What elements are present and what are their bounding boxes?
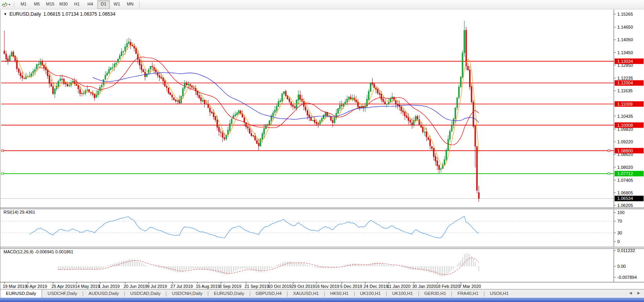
time-axis-label: 15 Aug 2019: [196, 284, 220, 289]
time-axis-label: 18 Feb 2020: [436, 284, 460, 289]
chart-tab-usdcad-daily[interactable]: USDCAD,Daily: [125, 290, 166, 298]
chart-ohlc-values: 1.06815 1.07134 1.06375 1.06534: [44, 11, 116, 17]
price-level-badge: 1.08800: [617, 148, 633, 153]
candles-layer: [4, 21, 480, 202]
price-axis-label: 1.07405: [617, 178, 633, 183]
chart-symbol-label: EURUSD,Daily: [9, 11, 41, 17]
timeframe-button-d1[interactable]: D1: [97, 0, 110, 9]
chart-tab-xauusd-h1[interactable]: XAUUSD,H1: [287, 290, 324, 298]
chart-tab-eurusd-daily[interactable]: EURUSD,Daily: [0, 289, 42, 298]
price-level-badge: 1.07712: [617, 171, 633, 176]
rsi-axis-label: 100: [617, 210, 624, 215]
timeframe-button-mn[interactable]: MN: [124, 0, 136, 9]
time-axis-label: 11 Jan 2020: [387, 284, 411, 289]
mt4-window: ▾ M1M5M15M30H1H4D1W1MN 1.152651.146501.1…: [0, 0, 644, 302]
time-axis-label: 25 Apr 2019: [51, 284, 75, 289]
chart-collapse-icon[interactable]: ▼: [4, 12, 7, 16]
chart-tab-ger30-h1[interactable]: GER30,H1: [419, 290, 452, 298]
rsi-line: [29, 216, 478, 238]
toolbar-separator: [139, 1, 140, 8]
price-level-badge: 1.11009: [617, 102, 633, 106]
macd-axis-label: 0.011232: [617, 248, 635, 253]
chart-tab-usdchf-daily[interactable]: USDCHF,Daily: [42, 290, 82, 298]
time-axis-label: 10 Oct 2019: [268, 284, 291, 289]
time-axis-label: 27 Jul 2019: [171, 284, 193, 289]
macd-axis-label: -0.007894: [617, 275, 637, 280]
price-axis-label: 1.06805: [617, 190, 633, 195]
price-level-badge: 1.06534: [617, 196, 633, 201]
macd-axis-label: 0.00: [617, 264, 626, 269]
prev-charts-button[interactable]: ◀: [629, 291, 632, 295]
ma-50-line: [93, 73, 478, 123]
toolbar: ▾ M1M5M15M30H1H4D1W1MN: [0, 0, 644, 9]
price-axis-label: 1.12235: [617, 76, 633, 81]
price-axis-label: 1.06205: [617, 203, 633, 208]
timeframe-button-m5[interactable]: M5: [31, 0, 43, 9]
chart-tab-fra40-h1[interactable]: FRA40,H1: [452, 290, 484, 298]
time-axis-label: 3 Sep 2019: [219, 284, 241, 289]
status-strip: [0, 298, 644, 302]
chart-tab-bar: EURUSD,DailyUSDCHF,DailyAUDUSD,DailyUSDC…: [0, 289, 644, 298]
price-axis-label: 1.09220: [617, 139, 633, 144]
timeframe-button-h4[interactable]: H4: [84, 0, 96, 9]
next-charts-button[interactable]: ▶: [637, 291, 640, 295]
price-axis-label: 1.13450: [617, 50, 633, 55]
macd-indicator-label: MACD(12,26,9) -0.006941 0.001861: [4, 249, 73, 254]
time-axis-label: 21 Sep 2019: [244, 284, 269, 289]
price-level-badge: 1.12004: [617, 81, 633, 85]
price-axis-label: 1.08020: [617, 165, 633, 170]
rsi-indicator-label: RSI(14) 29.4361: [4, 210, 35, 214]
timeframe-button-m1[interactable]: M1: [17, 0, 30, 9]
time-axis-label: 24 Dec 2019: [364, 284, 388, 289]
ma-20-line: [38, 57, 478, 145]
timeframe-button-m30[interactable]: M30: [57, 0, 70, 9]
chart-tab-uk100-h1[interactable]: UK100,H1: [355, 290, 386, 298]
chart-tab-usoil-h1[interactable]: USOil,H1: [484, 290, 514, 298]
price-level-badge: 1.10008: [617, 123, 633, 128]
time-axis-label: 6 Apr 2019: [26, 284, 47, 289]
price-axis-label: 1.15265: [617, 12, 633, 16]
timeframe-button-m15[interactable]: M15: [44, 0, 56, 9]
time-axis-label: 14 May 2019: [75, 284, 100, 289]
time-axis-label: 30 Jan 2020: [412, 284, 436, 289]
rsi-axis-label: 0: [617, 239, 620, 244]
chart-tab-usdcnh-daily[interactable]: USDCNH,Daily: [166, 290, 208, 298]
time-axis-label: 16 Nov 2019: [315, 284, 339, 289]
time-axis-label: 9 Jul 2019: [147, 284, 167, 289]
hline-handle[interactable]: [608, 150, 610, 152]
price-level-badge: 1.13034: [617, 59, 633, 64]
price-axis-label: 1.10435: [617, 114, 633, 119]
chart-tab-hk50-h1[interactable]: HK50,H1: [325, 290, 354, 298]
time-axis-label: 5 Dec 2019: [340, 284, 362, 289]
ma-5-line: [11, 45, 478, 166]
time-axis[interactable]: 19 Mar 20196 Apr 201925 Apr 201914 May 2…: [0, 282, 644, 289]
chart-title: ▼ EURUSD,Daily 1.06815 1.07134 1.06375 1…: [4, 11, 115, 17]
indicators-menu-button[interactable]: ▾: [0, 2, 12, 8]
chart-canvas[interactable]: 1.152651.146501.140501.134501.128501.122…: [0, 9, 644, 282]
rsi-axis-label: 70: [617, 219, 622, 223]
toolbar-grip[interactable]: [13, 2, 16, 8]
chart-tab-audusd-daily[interactable]: AUDUSD,Daily: [83, 290, 124, 298]
hline-handle[interactable]: [2, 150, 4, 152]
time-axis-label: 19 Mar 2019: [3, 284, 27, 289]
hline-handle[interactable]: [608, 173, 610, 175]
hline-handle[interactable]: [2, 173, 4, 175]
time-axis-label: 20 Jun 2019: [124, 284, 147, 289]
macd-layer: [58, 253, 479, 276]
chart-tab-gbpusd-h4[interactable]: GBPUSD,H4: [250, 290, 287, 298]
price-axis-label: 1.14050: [617, 37, 633, 42]
line-chart-icon: [2, 2, 8, 7]
time-axis-label: 7 Mar 2020: [459, 284, 481, 289]
timeframe-button-w1[interactable]: W1: [111, 0, 123, 9]
timeframe-button-h1[interactable]: H1: [71, 0, 83, 9]
time-axis-label: 1 Jun 2019: [98, 284, 120, 289]
chevron-down-icon: ▾: [9, 3, 10, 6]
chart-window: 1.152651.146501.140501.134501.128501.122…: [0, 9, 644, 289]
rsi-axis-label: 30: [617, 231, 622, 235]
chart-tab-eurusd-daily[interactable]: EURUSD,Daily: [208, 290, 249, 298]
price-axis-label: 1.14650: [617, 25, 633, 29]
price-axis-label: 1.11635: [617, 88, 633, 93]
time-axis-label: 29 Oct 2019: [291, 284, 315, 289]
chart-tab-uk100-h1[interactable]: UK100,H1: [387, 290, 418, 298]
